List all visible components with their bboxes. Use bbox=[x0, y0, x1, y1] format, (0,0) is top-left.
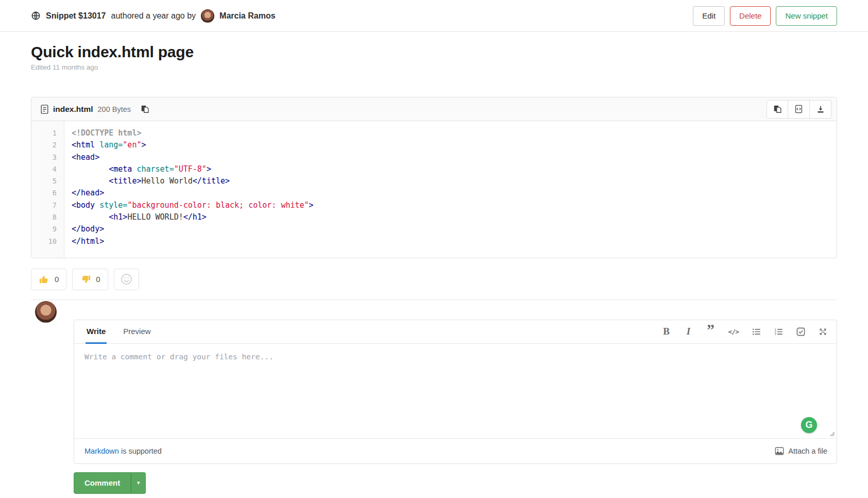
smiley-icon bbox=[121, 273, 132, 285]
author-avatar[interactable] bbox=[201, 9, 214, 23]
thumbs-down-count: 0 bbox=[96, 275, 100, 284]
comment-editor-card: Write Preview B I ” </> bbox=[74, 320, 837, 464]
editor-tabs-row: Write Preview B I ” </> bbox=[74, 320, 837, 344]
code-line: <head> bbox=[72, 152, 314, 163]
snippet-id: Snippet $13017 bbox=[46, 11, 106, 21]
code-line: </html> bbox=[72, 236, 314, 247]
markdown-note: Markdown is supported bbox=[84, 447, 162, 455]
editor-footer: Markdown is supported Attach a file bbox=[74, 438, 837, 463]
code-line: <title>Hello World</title> bbox=[72, 175, 314, 187]
chevron-down-icon: ▾ bbox=[137, 479, 140, 486]
copy-file-path-button[interactable] bbox=[140, 104, 150, 114]
thumbs-up-button[interactable]: 0 bbox=[31, 269, 66, 290]
thumbs-down-button[interactable]: 0 bbox=[72, 269, 108, 290]
download-button[interactable] bbox=[810, 100, 831, 119]
delete-button[interactable]: Delete bbox=[730, 6, 771, 26]
code-icon: </> bbox=[728, 328, 739, 336]
code-line: <meta charset="UTF-8"> bbox=[72, 163, 314, 175]
file-card: index.html 200 Bytes bbox=[31, 97, 837, 258]
attach-file-button[interactable]: Attach a file bbox=[775, 446, 827, 456]
numbered-list-icon: 1 2 3 bbox=[774, 327, 783, 336]
copy-icon bbox=[141, 105, 149, 113]
italic-icon: I bbox=[687, 326, 690, 337]
line-number[interactable]: 8 bbox=[31, 211, 57, 223]
code-line: </body> bbox=[72, 223, 314, 235]
task-list-button[interactable] bbox=[796, 325, 805, 338]
award-emoji-row: 0 0 bbox=[31, 269, 837, 290]
quote-button[interactable]: ” bbox=[706, 325, 716, 338]
code-line: <h1>HELLO WORLD!</h1> bbox=[72, 211, 314, 223]
numbered-list-button[interactable]: 1 2 3 bbox=[774, 325, 783, 338]
fullscreen-icon bbox=[819, 327, 827, 336]
open-raw-button[interactable] bbox=[788, 100, 810, 119]
globe-icon bbox=[31, 11, 41, 21]
comment-dropdown-button[interactable]: ▾ bbox=[131, 472, 146, 494]
svg-text:3: 3 bbox=[774, 333, 776, 336]
add-reaction-button[interactable] bbox=[114, 269, 139, 290]
thumbs-up-icon bbox=[39, 274, 50, 285]
code-content: <!DOCTYPE html><html lang="en"><head> <m… bbox=[64, 121, 314, 258]
file-header: index.html 200 Bytes bbox=[31, 97, 837, 121]
comment-button[interactable]: Comment bbox=[74, 472, 131, 494]
author-name[interactable]: Marcia Ramos bbox=[219, 11, 276, 21]
code-viewer: 12345678910 <!DOCTYPE html><html lang="e… bbox=[31, 121, 837, 258]
snippet-page: Quick index.html page Edited 11 months a… bbox=[0, 43, 868, 494]
code-button[interactable]: </> bbox=[728, 325, 739, 338]
line-number[interactable]: 1 bbox=[31, 127, 57, 139]
bullet-list-icon bbox=[752, 327, 761, 336]
file-size: 200 Bytes bbox=[98, 105, 131, 113]
markdown-toolbar: B I ” </> bbox=[662, 320, 827, 343]
attach-file-label: Attach a file bbox=[788, 447, 827, 455]
file-icon bbox=[41, 105, 48, 114]
italic-button[interactable]: I bbox=[684, 325, 693, 338]
fullscreen-button[interactable] bbox=[818, 325, 827, 338]
markdown-suffix: is supported bbox=[119, 447, 162, 455]
open-raw-icon bbox=[794, 105, 803, 113]
comment-editor: G bbox=[74, 344, 837, 438]
submit-row: Comment ▾ bbox=[74, 472, 837, 494]
markdown-link[interactable]: Markdown bbox=[84, 447, 119, 455]
line-number[interactable]: 7 bbox=[31, 200, 57, 211]
code-line: <body style="background-color: black; co… bbox=[72, 200, 314, 211]
bullet-list-button[interactable] bbox=[752, 325, 761, 338]
grammarly-glyph: G bbox=[805, 420, 812, 430]
line-number[interactable]: 5 bbox=[31, 175, 57, 187]
tab-preview[interactable]: Preview bbox=[122, 320, 151, 344]
line-number[interactable]: 9 bbox=[31, 223, 57, 235]
line-number-gutter: 12345678910 bbox=[31, 121, 64, 258]
line-number[interactable]: 6 bbox=[31, 187, 57, 199]
edit-button[interactable]: Edit bbox=[693, 6, 725, 26]
code-line: <!DOCTYPE html> bbox=[72, 127, 314, 139]
copy-contents-button[interactable] bbox=[767, 100, 788, 119]
thumbs-down-icon bbox=[80, 274, 91, 285]
quote-icon: ” bbox=[707, 327, 714, 336]
file-actions-group bbox=[767, 100, 831, 119]
line-number[interactable]: 4 bbox=[31, 163, 57, 175]
new-snippet-button[interactable]: New snippet bbox=[776, 6, 837, 26]
comment-section: Write Preview B I ” </> bbox=[31, 300, 837, 464]
bold-icon: B bbox=[663, 326, 670, 337]
authored-text: authored a year ago by bbox=[111, 11, 196, 21]
grammarly-icon[interactable]: G bbox=[801, 417, 817, 433]
comment-input[interactable] bbox=[74, 344, 837, 438]
thumbs-up-count: 0 bbox=[55, 275, 59, 284]
line-number[interactable]: 10 bbox=[31, 236, 57, 247]
download-icon bbox=[816, 105, 825, 113]
edited-timestamp: Edited 11 months ago bbox=[31, 63, 837, 71]
topbar: Snippet $13017 authored a year ago by Ma… bbox=[0, 0, 868, 32]
tab-write[interactable]: Write bbox=[86, 320, 107, 344]
line-number[interactable]: 2 bbox=[31, 139, 57, 151]
line-number[interactable]: 3 bbox=[31, 152, 57, 163]
page-title: Quick index.html page bbox=[31, 43, 837, 61]
task-list-icon bbox=[796, 327, 805, 336]
bold-button[interactable]: B bbox=[662, 325, 671, 338]
current-user-avatar[interactable] bbox=[35, 301, 57, 323]
attach-image-icon bbox=[775, 446, 784, 456]
code-line: <html lang="en"> bbox=[72, 139, 314, 151]
code-line: </head> bbox=[72, 187, 314, 199]
copy-contents-icon bbox=[773, 105, 782, 113]
resize-handle[interactable] bbox=[829, 430, 835, 437]
file-name: index.html bbox=[53, 105, 93, 114]
